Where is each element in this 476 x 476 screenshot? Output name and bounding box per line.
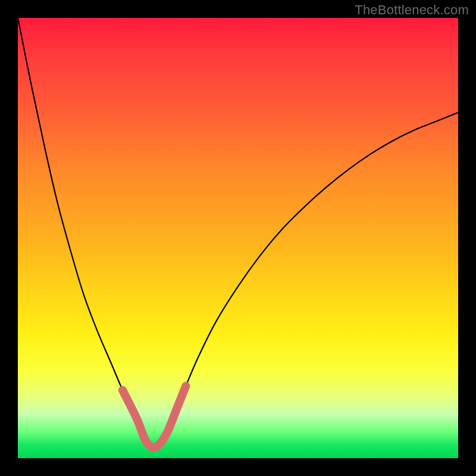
- bottleneck-curve: [18, 18, 458, 447]
- bottleneck-curve-highlight: [123, 386, 186, 447]
- chart-plot-area: [18, 18, 458, 458]
- chart-frame: TheBottleneck.com: [0, 0, 476, 476]
- watermark-text: TheBottleneck.com: [355, 2, 469, 18]
- chart-svg: [18, 18, 458, 458]
